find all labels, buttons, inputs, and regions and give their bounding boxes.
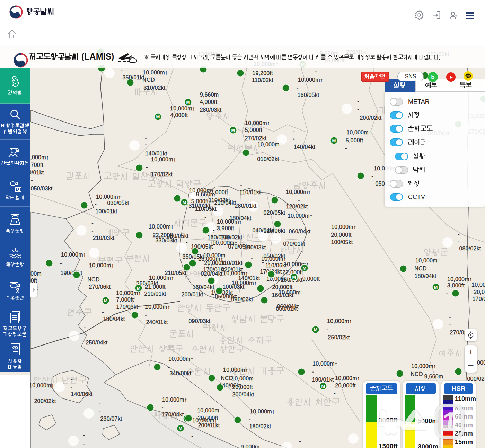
svg-text:/: / — [4, 129, 5, 134]
svg-text:TALK: TALK — [466, 75, 471, 77]
